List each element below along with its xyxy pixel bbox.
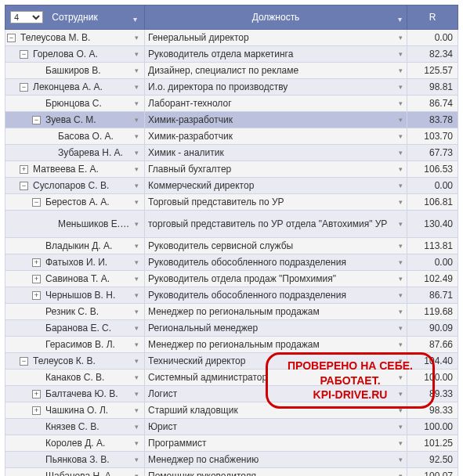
chevron-down-icon[interactable] [396, 99, 405, 108]
table-row[interactable]: Зубарева Н. А.Химик - аналитик67.73 [5, 145, 458, 161]
table-row[interactable]: Герасимов В. Л.Менеджер по региональным … [5, 337, 458, 353]
chevron-down-icon[interactable] [132, 33, 141, 42]
chevron-down-icon[interactable] [396, 455, 405, 464]
table-row[interactable]: −Берестов А. А.Торговый представитель по… [5, 194, 458, 211]
chevron-down-icon[interactable] [396, 82, 405, 92]
chevron-down-icon[interactable] [132, 471, 141, 476]
chevron-down-icon[interactable] [132, 389, 141, 398]
chevron-down-icon[interactable] [132, 356, 141, 366]
collapse-icon[interactable]: − [20, 50, 28, 59]
header-r[interactable]: R [407, 5, 458, 30]
collapse-icon[interactable]: − [20, 182, 28, 190]
chevron-down-icon[interactable] [396, 356, 405, 366]
table-row[interactable]: +Балтачева Ю. В.Логист89.33 [5, 386, 458, 402]
chevron-down-icon[interactable] [132, 181, 141, 190]
chevron-down-icon[interactable] [132, 241, 141, 251]
chevron-down-icon[interactable] [396, 132, 405, 141]
table-row[interactable]: +Матвеева Е. А.Главный бухгалтер106.53 [5, 161, 458, 178]
expand-icon[interactable]: + [20, 165, 28, 174]
chevron-down-icon[interactable] [396, 373, 405, 382]
table-row[interactable]: +Фатыхов И. И.Руководитель обособленного… [5, 254, 458, 271]
collapse-icon[interactable]: − [32, 116, 41, 124]
chevron-down-icon[interactable] [132, 197, 141, 207]
table-row[interactable]: −Зуева С. М.Химик-разработчик83.78 [5, 112, 458, 128]
chevron-down-icon[interactable] [132, 373, 141, 382]
chevron-down-icon[interactable] [132, 455, 141, 464]
table-row[interactable]: Пьянкова З. В.Менеджер по снабжению92.50 [5, 452, 458, 468]
table-row[interactable]: Канаков С. В.Системный администратор100.… [5, 370, 458, 386]
expand-icon[interactable]: + [32, 390, 41, 398]
chevron-down-icon[interactable] [132, 132, 141, 141]
table-row[interactable]: Башкиров В.Дизайнер, специалист по рекла… [5, 63, 458, 79]
chevron-down-icon[interactable] [133, 13, 141, 21]
expand-icon[interactable]: + [32, 291, 41, 300]
chevron-down-icon[interactable] [396, 13, 403, 21]
table-row[interactable]: −Телеусова М. В.Генеральный директор0.00 [5, 30, 458, 46]
collapse-icon[interactable]: − [20, 357, 28, 366]
table-row[interactable]: −Горелова О. А.Руководитель отдела марке… [5, 46, 458, 63]
table-row[interactable]: −Леконцева А. А.И.о. директора по произв… [5, 79, 458, 96]
chevron-down-icon[interactable] [132, 115, 141, 124]
expand-icon[interactable]: + [32, 258, 41, 267]
expand-icon[interactable]: + [32, 275, 41, 283]
table-row[interactable]: Шабанова Н. А.Помощник руководителя100.0… [5, 468, 458, 477]
table-row[interactable]: +Чернышов В. Н.Руководитель обособленног… [5, 287, 458, 304]
chevron-down-icon[interactable] [396, 406, 405, 415]
table-row[interactable]: Князев С. В.Юрист100.00 [5, 419, 458, 435]
chevron-down-icon[interactable] [132, 438, 141, 448]
level-select[interactable]: 4 [10, 11, 43, 23]
chevron-down-icon[interactable] [396, 115, 405, 124]
table-row[interactable]: −Телеусов К. В.Технический директор104.4… [5, 353, 458, 370]
header-position[interactable]: Должность [145, 5, 407, 30]
table-row[interactable]: +Чашкина О. Л.Старший кладовщик98.33 [5, 402, 458, 419]
chevron-down-icon[interactable] [396, 471, 405, 476]
chevron-down-icon[interactable] [396, 49, 405, 59]
chevron-down-icon[interactable] [396, 241, 405, 251]
chevron-down-icon[interactable] [396, 181, 405, 190]
chevron-down-icon[interactable] [396, 66, 405, 75]
table-row[interactable]: +Савинова Т. А.Руководитель отдела прода… [5, 271, 458, 287]
table-row[interactable]: Баранова Е. С.Региональный менеджер90.09 [5, 320, 458, 337]
chevron-down-icon[interactable] [132, 258, 141, 267]
table-row[interactable]: Меньшиков Е. Н.торговый представитель по… [5, 211, 458, 238]
chevron-down-icon[interactable] [132, 219, 141, 229]
chevron-down-icon[interactable] [396, 164, 405, 174]
chevron-down-icon[interactable] [396, 219, 405, 229]
chevron-down-icon[interactable] [132, 290, 141, 300]
chevron-down-icon[interactable] [396, 197, 405, 207]
chevron-down-icon[interactable] [132, 82, 141, 92]
expand-icon[interactable]: + [32, 406, 41, 415]
table-row[interactable]: −Суслопаров С. В.Коммерческий директор0.… [5, 178, 458, 194]
chevron-down-icon[interactable] [132, 49, 141, 59]
chevron-down-icon[interactable] [396, 307, 405, 316]
chevron-down-icon[interactable] [132, 323, 141, 333]
chevron-down-icon[interactable] [396, 438, 405, 448]
header-employee[interactable]: 4 Сотрудник [5, 5, 145, 30]
chevron-down-icon[interactable] [132, 164, 141, 174]
chevron-down-icon[interactable] [396, 33, 405, 42]
chevron-down-icon[interactable] [396, 389, 405, 398]
chevron-down-icon[interactable] [132, 307, 141, 316]
table-row[interactable]: Басова О. А.Химик-разработчик103.70 [5, 128, 458, 145]
chevron-down-icon[interactable] [132, 148, 141, 157]
chevron-down-icon[interactable] [132, 66, 141, 75]
chevron-down-icon[interactable] [396, 323, 405, 333]
chevron-down-icon[interactable] [396, 290, 405, 300]
table-row[interactable]: Резник С. В.Менеджер по региональным про… [5, 304, 458, 320]
chevron-down-icon[interactable] [396, 340, 405, 349]
collapse-icon[interactable]: − [7, 34, 16, 42]
table-row[interactable]: Королев Д. А.Программист101.25 [5, 435, 458, 452]
chevron-down-icon[interactable] [132, 406, 141, 415]
chevron-down-icon[interactable] [132, 99, 141, 108]
chevron-down-icon[interactable] [396, 258, 405, 267]
collapse-icon[interactable]: − [32, 198, 41, 207]
chevron-down-icon[interactable] [396, 274, 405, 283]
table-row[interactable]: Брюнцова С.Лаборант-технолог86.74 [5, 96, 458, 112]
chevron-down-icon[interactable] [132, 274, 141, 283]
table-row[interactable]: Владыкин Д. А.Руководитель сервисной слу… [5, 238, 458, 254]
chevron-down-icon[interactable] [132, 340, 141, 349]
chevron-down-icon[interactable] [132, 422, 141, 431]
chevron-down-icon[interactable] [396, 422, 405, 431]
chevron-down-icon[interactable] [396, 148, 405, 157]
collapse-icon[interactable]: − [20, 83, 28, 92]
